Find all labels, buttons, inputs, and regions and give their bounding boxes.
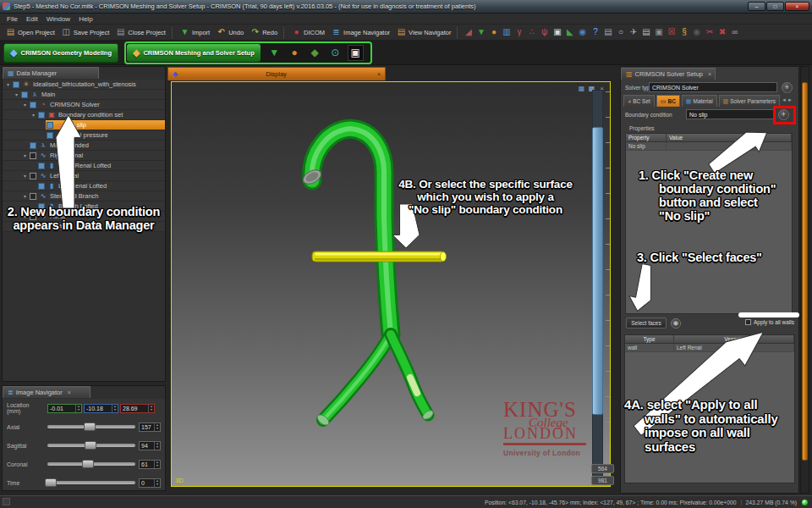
expander-icon[interactable]: ▾ <box>4 81 12 87</box>
expander-icon[interactable]: ▾ <box>21 193 29 199</box>
open-project-button[interactable]: ▤Open Project <box>3 26 58 38</box>
undo-button[interactable]: ↶Undo <box>213 26 247 38</box>
menu-window[interactable]: Window <box>42 14 74 24</box>
inspect-icon[interactable]: ⊙ <box>327 45 343 61</box>
select-faces-button[interactable]: Select faces <box>626 318 667 329</box>
spin-arrows[interactable]: ▴▾ <box>154 479 160 487</box>
solver-setup-tab[interactable]: ▥ CRIMSON Solver Setup × <box>621 68 716 80</box>
slider-handle[interactable] <box>84 422 96 431</box>
time-slider[interactable] <box>47 481 135 484</box>
time-spinbox[interactable]: 0▴▾ <box>139 478 161 488</box>
save-project-button[interactable]: ◫Save Project <box>58 26 113 38</box>
tools-icon[interactable]: ✖ <box>716 26 728 39</box>
close-icon[interactable]: × <box>68 389 71 395</box>
visibility-checkbox[interactable] <box>30 193 36 200</box>
close-button[interactable]: × <box>785 2 809 11</box>
measurement-icon[interactable]: ◢ <box>462 26 475 39</box>
sagittal-spinbox[interactable]: 94▴▾ <box>139 441 161 450</box>
mesh-preview-icon[interactable]: ▼ <box>266 45 283 61</box>
visibility-checkbox[interactable] <box>47 132 53 139</box>
spin-arrows[interactable]: ▴▾ <box>154 461 160 468</box>
spin-arrows[interactable]: ▴▾ <box>75 405 81 412</box>
tab-bc[interactable]: ▭BC <box>656 95 680 107</box>
spin-arrows[interactable]: ▴▾ <box>112 405 118 412</box>
help-icon[interactable]: ? <box>589 26 601 39</box>
slider-handle[interactable] <box>45 478 57 487</box>
tab-material[interactable]: ▦Material <box>682 95 717 107</box>
axial-slider[interactable] <box>47 425 135 428</box>
image-navigator-tab[interactable]: ≣ Image Navigator × <box>3 386 91 398</box>
boundary-condition-combobox[interactable]: No slip <box>686 109 775 119</box>
scissors-icon[interactable]: ✂ <box>703 26 716 39</box>
expander-icon[interactable]: ▾ <box>21 102 29 108</box>
tree-item-right-renal[interactable]: ▾∿Right Renal <box>3 151 165 161</box>
visibility-checkbox[interactable] <box>38 163 45 169</box>
data-manager-tab[interactable]: ▦ Data Manager <box>3 67 99 79</box>
tree-item-boundary-condition-set[interactable]: ▾▣Boundary condition set <box>3 110 165 120</box>
expander-icon[interactable]: ▾ <box>21 152 29 158</box>
column-header-value[interactable]: Value <box>667 134 792 141</box>
python-icon[interactable]: § <box>678 26 690 39</box>
level-window-thumb[interactable] <box>592 127 603 415</box>
slider-handle[interactable] <box>85 441 96 450</box>
vessel-tree-icon[interactable]: ψ <box>538 26 551 39</box>
add-solver-button[interactable]: + <box>782 82 793 93</box>
remove-page-icon[interactable]: ☒ <box>665 26 678 39</box>
expander-icon[interactable]: ▾ <box>21 173 29 179</box>
axial-spinbox[interactable]: 157▴▾ <box>139 422 161 432</box>
tab-bc-set[interactable]: ◕BC Set <box>623 95 655 107</box>
tree-item-initial-pressure[interactable]: ▭Initial pressure <box>3 130 165 141</box>
visibility-checkbox[interactable] <box>21 91 28 98</box>
tree-item-stenosed-branch[interactable]: ▾∿Stenosed Branch <box>3 191 165 202</box>
close-project-button[interactable]: ▤Close Project <box>112 26 169 38</box>
screenshot-icon[interactable]: ◉ <box>690 26 703 39</box>
visibility-checkbox[interactable] <box>30 152 36 159</box>
tree-item-idealised-bifricutation-with-stenosis[interactable]: ▾✳Idealised_bifricutation_with_stenosis <box>3 80 165 90</box>
tree-item-left-renal-lofted[interactable]: ▮Left Renal Lofted <box>3 181 165 191</box>
mesh-disc-icon[interactable]: ● <box>487 26 500 39</box>
tab-scroll-arrows[interactable]: ◄► <box>782 97 793 102</box>
visibility-checkbox[interactable] <box>47 122 53 129</box>
plane-icon[interactable]: ✈ <box>627 26 639 39</box>
coronal-spinbox[interactable]: 61▴▾ <box>139 460 161 469</box>
column-header-property[interactable]: Property <box>626 134 667 141</box>
menu-help[interactable]: Help <box>74 14 96 24</box>
scrollbar-thumb[interactable] <box>802 82 808 461</box>
plot-icon[interactable]: γ <box>513 26 525 39</box>
menu-file[interactable]: File <box>3 14 22 24</box>
contour-icon[interactable]: ▣ <box>551 26 563 39</box>
view-navigator-button[interactable]: ▤View Navigator <box>393 26 454 38</box>
slider-handle[interactable] <box>82 460 94 468</box>
location-spinbox-1[interactable]: -0.01▴▾ <box>47 404 82 413</box>
scatter-icon[interactable]: ∴ <box>525 26 538 39</box>
tree-item-right-renal-lofted[interactable]: ▮Right Renal Lofted <box>3 161 165 171</box>
close-icon[interactable]: × <box>377 71 381 77</box>
display-tab[interactable]: ◆ Display × <box>167 67 386 80</box>
expander-icon[interactable]: ▾ <box>30 112 37 118</box>
mesh-disc-icon[interactable]: ● <box>287 45 303 61</box>
window-value-box[interactable]: 981 <box>591 476 614 485</box>
spin-arrows[interactable]: ▴▾ <box>154 423 160 431</box>
list-icon[interactable]: ▤ <box>639 26 652 39</box>
tree-item-no-slip[interactable]: ▭No slip <box>3 120 165 130</box>
redo-button[interactable]: ↷Redo <box>247 26 281 38</box>
spin-arrows[interactable]: ▴▾ <box>148 405 154 412</box>
solver-type-combobox[interactable]: CRIMSON Solver <box>649 82 777 92</box>
tab-solver-parameters[interactable]: ▥Solver Parameters <box>719 95 780 107</box>
close-icon[interactable]: × <box>708 71 711 77</box>
visibility-checkbox[interactable] <box>13 81 19 88</box>
mesh-cone-icon[interactable]: ▼ <box>475 26 487 39</box>
column-header-type[interactable]: Type <box>625 335 674 343</box>
level-value-box[interactable]: 564 <box>591 464 614 473</box>
image-navigator-button[interactable]: ≣Image Navigator <box>328 26 393 38</box>
import-button[interactable]: ▼Import <box>177 26 213 38</box>
maximize-button[interactable]: □ <box>766 2 784 11</box>
visibility-checkbox[interactable] <box>38 183 45 190</box>
expander-icon[interactable]: ▾ <box>13 91 20 97</box>
meshing-solver-perspective-button[interactable]: ◆ CRIMSON Meshing and Solver Setup <box>127 44 261 62</box>
render-viewport-3d[interactable]: ▦▦× 3D KING'S College LONDON University … <box>171 81 611 487</box>
tree-item-crimson-solver[interactable]: ▾◔CRIMSON Solver <box>3 100 165 110</box>
camera-icon[interactable]: ▣ <box>652 26 665 39</box>
polyhedron-icon[interactable]: ◆ <box>307 45 323 61</box>
view-icon[interactable]: ∞ <box>728 26 741 39</box>
